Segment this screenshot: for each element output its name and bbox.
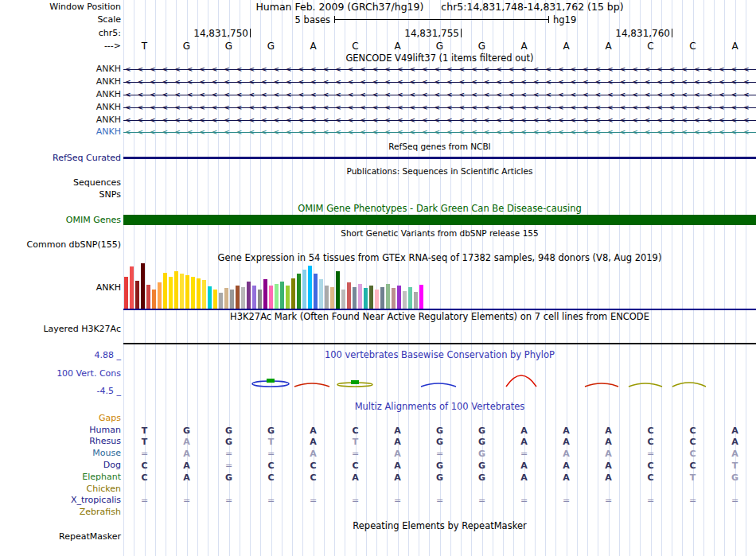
gtex-bar: [197, 278, 201, 309]
gtex-bar: [258, 290, 262, 309]
alignment-cell: G: [461, 426, 503, 436]
track-label[interactable]: OMIM Genes: [0, 216, 121, 225]
alignment-cell: A: [587, 472, 629, 483]
gtex-bar: [336, 271, 340, 309]
alignment-cell: G: [208, 426, 250, 436]
track-label[interactable]: SNPs: [0, 190, 121, 200]
species-label[interactable]: Rhesus: [0, 437, 121, 446]
gtex-bar: [241, 287, 245, 309]
gtex-bar: [213, 290, 217, 309]
alignment-cell: A: [714, 426, 756, 436]
gtex-bar: [146, 285, 150, 309]
track-label[interactable]: ANKH: [0, 283, 121, 293]
alignment-cell: T: [250, 437, 292, 447]
conservation-peak-box: [267, 379, 275, 383]
track-label[interactable]: 100 Vert. Cons: [0, 369, 121, 379]
species-label[interactable]: Gaps: [0, 414, 121, 423]
base-letter: A: [714, 41, 756, 52]
alignment-cell: =: [208, 496, 250, 506]
species-label[interactable]: Elephant: [0, 472, 121, 482]
refseq-track-title[interactable]: RefSeq genes from NCBI: [123, 142, 756, 152]
gene-label[interactable]: ANKH: [0, 127, 121, 137]
alignment-cell: G: [419, 472, 461, 483]
gene-label[interactable]: ANKH: [0, 103, 121, 112]
track-label[interactable]: RefSeq Curated: [0, 154, 121, 163]
gene-label[interactable]: ANKH: [0, 77, 121, 87]
track-label[interactable]: chr5:: [0, 29, 121, 38]
species-label[interactable]: Zebrafish: [0, 507, 121, 517]
h3k27ac-track-title[interactable]: H3K27Ac Mark (Often Found Near Active Re…: [123, 312, 756, 322]
omim-gene-item[interactable]: [123, 215, 756, 225]
track-label[interactable]: --->: [0, 41, 121, 51]
scale-bases-label: 5 bases: [123, 15, 330, 25]
position-tick: [250, 29, 251, 37]
species-label[interactable]: Mouse: [0, 449, 121, 458]
gtex-bar: [397, 286, 401, 309]
species-label[interactable]: X_tropicalis: [0, 496, 121, 505]
refseq-curated-item[interactable]: [123, 157, 756, 159]
multiz-track-title[interactable]: Multiz Alignments of 100 Vertebrates: [123, 402, 756, 412]
gtex-bar: [358, 284, 362, 309]
track-label[interactable]: Window Position: [0, 2, 121, 12]
alignment-cell: A: [166, 472, 208, 483]
gene-label[interactable]: ANKH: [0, 115, 121, 125]
gtex-bar: [314, 274, 318, 309]
alignment-cell: G: [461, 461, 503, 471]
alignment-cell: C: [672, 437, 714, 447]
alignment-cell: G: [461, 472, 503, 483]
phylop-track-title[interactable]: 100 vertebrates Basewise Conservation by…: [123, 350, 756, 360]
track-label[interactable]: -4.5 _: [0, 387, 121, 396]
position-number: 14,831,750: [177, 29, 248, 38]
gene-direction-arrows: <<<<<<<<<<<<<<<<<<<<<<<<<<<<<<<<<<<<<<<<…: [125, 116, 756, 125]
gene-row[interactable]: <<<<<<<<<<<<<<<<<<<<<<<<<<<<<<<<<<<<<<<<…: [123, 103, 756, 112]
gtex-bar: [224, 288, 228, 309]
gene-label[interactable]: ANKH: [0, 90, 121, 99]
alignment-cell: A: [503, 426, 545, 436]
gtex-bar: [319, 279, 323, 309]
alignment-cell: A: [376, 437, 419, 447]
species-label[interactable]: Dog: [0, 461, 121, 470]
conservation-arc: [672, 383, 706, 387]
gene-row[interactable]: <<<<<<<<<<<<<<<<<<<<<<<<<<<<<<<<<<<<<<<<…: [123, 116, 756, 125]
repeatmasker-track-title[interactable]: Repeating Elements by RepeatMasker: [123, 521, 756, 531]
alignment-cell: =: [461, 496, 503, 506]
alignment-cell: =: [503, 496, 545, 506]
gtex-bar: [252, 286, 256, 309]
track-label[interactable]: Sequences: [0, 178, 121, 188]
species-label[interactable]: Human: [0, 426, 121, 435]
gene-label[interactable]: ANKH: [0, 64, 121, 74]
track-label[interactable]: 4.88 _: [0, 351, 121, 360]
track-label[interactable]: RepeatMasker: [0, 532, 121, 542]
track-label[interactable]: Scale: [0, 15, 121, 25]
base-letter: G: [250, 41, 292, 52]
track-label[interactable]: Layered H3K27Ac: [0, 325, 121, 334]
alignment-cell: A: [587, 461, 629, 471]
gtex-bar: [325, 286, 329, 309]
alignment-cell: =: [123, 449, 166, 459]
alignment-cell: C: [672, 426, 714, 436]
publications-track-title[interactable]: Publications: Sequences in Scientific Ar…: [123, 166, 756, 177]
gtex-bar: [353, 287, 357, 309]
gene-row[interactable]: <<<<<<<<<<<<<<<<<<<<<<<<<<<<<<<<<<<<<<<<…: [123, 65, 756, 74]
genome-build-label: hg19: [553, 15, 576, 25]
alignment-cell: A: [503, 437, 545, 447]
gencode-track-title[interactable]: GENCODE V49lift37 (1 items filtered out): [123, 53, 756, 64]
gene-row[interactable]: <<<<<<<<<<<<<<<<<<<<<<<<<<<<<<<<<<<<<<<<…: [123, 91, 756, 99]
gtex-bar: [369, 286, 373, 309]
base-letter: A: [545, 41, 587, 52]
species-label[interactable]: Chicken: [0, 484, 121, 494]
omim-track-title[interactable]: OMIM Gene Phenotypes - Dark Green Can Be…: [123, 204, 756, 214]
alignment-cell: G: [208, 472, 250, 483]
conservation-peak-box: [351, 380, 359, 384]
gtex-track-title[interactable]: Gene Expression in 54 tissues from GTEx …: [123, 253, 756, 263]
alignment-cell: C: [334, 426, 376, 436]
alignment-cell: =: [587, 496, 629, 506]
dbsnp-track-title[interactable]: Short Genetic Variants from dbSNP releas…: [123, 228, 756, 239]
gene-row[interactable]: <<<<<<<<<<<<<<<<<<<<<<<<<<<<<<<<<<<<<<<<…: [123, 78, 756, 87]
gtex-bar: [247, 282, 251, 309]
position-number: 14,831,760: [598, 29, 670, 38]
track-label[interactable]: Common dbSNP(155): [0, 240, 121, 250]
gtex-bar: [263, 279, 267, 309]
alignment-cell: A: [714, 449, 756, 459]
gene-row[interactable]: <<<<<<<<<<<<<<<<<<<<<<<<<<<<<<<<<<<<<<<<…: [123, 128, 756, 137]
